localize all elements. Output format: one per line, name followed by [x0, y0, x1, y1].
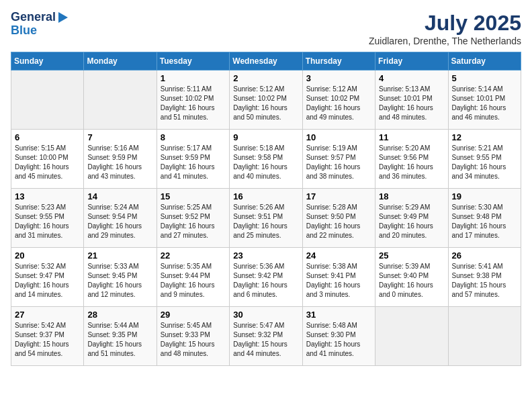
day-number: 2 — [233, 73, 298, 83]
day-number: 5 — [452, 73, 517, 83]
calendar-cell: 10Sunrise: 5:19 AMSunset: 9:57 PMDayligh… — [302, 130, 375, 189]
calendar-cell: 5Sunrise: 5:14 AMSunset: 10:01 PMDayligh… — [448, 71, 521, 130]
day-info: Sunrise: 5:18 AMSunset: 9:58 PMDaylight:… — [233, 144, 298, 181]
day-number: 29 — [161, 310, 226, 320]
day-info: Sunrise: 5:33 AMSunset: 9:45 PMDaylight:… — [87, 262, 152, 300]
calendar-cell: 12Sunrise: 5:21 AMSunset: 9:55 PMDayligh… — [448, 130, 521, 189]
day-info: Sunrise: 5:30 AMSunset: 9:48 PMDaylight:… — [452, 203, 517, 240]
day-number: 14 — [87, 191, 152, 201]
logo-arrow-icon — [58, 12, 68, 23]
day-info: Sunrise: 5:29 AMSunset: 9:49 PMDaylight:… — [379, 203, 444, 240]
calendar-cell: 26Sunrise: 5:41 AMSunset: 9:38 PMDayligh… — [448, 248, 521, 307]
day-info: Sunrise: 5:39 AMSunset: 9:40 PMDaylight:… — [379, 262, 444, 300]
day-info: Sunrise: 5:26 AMSunset: 9:51 PMDaylight:… — [233, 203, 298, 240]
day-number: 25 — [379, 250, 444, 261]
day-info: Sunrise: 5:11 AMSunset: 10:02 PMDaylight… — [161, 85, 226, 122]
location-subtitle: Zuidlaren, Drenthe, The Netherlands — [369, 36, 521, 46]
logo-line1: General — [11, 11, 56, 24]
day-info: Sunrise: 5:36 AMSunset: 9:42 PMDaylight:… — [233, 262, 298, 300]
weekday-header-saturday: Saturday — [448, 52, 521, 71]
day-number: 13 — [15, 191, 80, 201]
month-title: July 2025 — [369, 11, 521, 36]
title-block: July 2025 Zuidlaren, Drenthe, The Nether… — [369, 11, 521, 46]
logo-line2: Blue — [11, 24, 37, 38]
weekday-row: SundayMondayTuesdayWednesdayThursdayFrid… — [11, 52, 521, 71]
day-number: 15 — [161, 191, 226, 201]
weekday-header-sunday: Sunday — [11, 52, 84, 71]
calendar-cell: 25Sunrise: 5:39 AMSunset: 9:40 PMDayligh… — [375, 248, 448, 307]
day-info: Sunrise: 5:48 AMSunset: 9:30 PMDaylight:… — [306, 321, 371, 359]
week-row-2: 6Sunrise: 5:15 AMSunset: 10:00 PMDayligh… — [11, 130, 521, 189]
calendar-cell: 24Sunrise: 5:38 AMSunset: 9:41 PMDayligh… — [302, 248, 375, 307]
week-row-3: 13Sunrise: 5:23 AMSunset: 9:55 PMDayligh… — [11, 189, 521, 248]
day-number: 12 — [452, 132, 517, 142]
calendar-cell: 30Sunrise: 5:47 AMSunset: 9:32 PMDayligh… — [230, 307, 302, 366]
calendar-cell: 8Sunrise: 5:17 AMSunset: 9:59 PMDaylight… — [157, 130, 229, 189]
calendar-table: SundayMondayTuesdayWednesdayThursdayFrid… — [11, 52, 521, 366]
day-number: 6 — [15, 132, 80, 142]
day-info: Sunrise: 5:35 AMSunset: 9:44 PMDaylight:… — [161, 262, 226, 300]
day-number: 16 — [233, 191, 298, 201]
calendar-cell: 21Sunrise: 5:33 AMSunset: 9:45 PMDayligh… — [84, 248, 157, 307]
day-number: 10 — [306, 132, 371, 142]
day-number: 21 — [87, 250, 152, 261]
day-info: Sunrise: 5:17 AMSunset: 9:59 PMDaylight:… — [161, 144, 226, 181]
day-number: 19 — [452, 191, 517, 201]
calendar-cell: 3Sunrise: 5:12 AMSunset: 10:02 PMDayligh… — [302, 71, 375, 130]
day-info: Sunrise: 5:25 AMSunset: 9:52 PMDaylight:… — [161, 203, 226, 240]
weekday-header-thursday: Thursday — [302, 52, 375, 71]
week-row-1: 1Sunrise: 5:11 AMSunset: 10:02 PMDayligh… — [11, 71, 521, 130]
day-info: Sunrise: 5:14 AMSunset: 10:01 PMDaylight… — [452, 85, 517, 122]
calendar-cell: 9Sunrise: 5:18 AMSunset: 9:58 PMDaylight… — [230, 130, 302, 189]
day-number: 31 — [306, 310, 371, 320]
day-number: 11 — [379, 132, 444, 142]
calendar-cell: 27Sunrise: 5:42 AMSunset: 9:37 PMDayligh… — [11, 307, 84, 366]
calendar-cell: 28Sunrise: 5:44 AMSunset: 9:35 PMDayligh… — [84, 307, 157, 366]
calendar-cell: 2Sunrise: 5:12 AMSunset: 10:02 PMDayligh… — [230, 71, 302, 130]
calendar-cell: 15Sunrise: 5:25 AMSunset: 9:52 PMDayligh… — [157, 189, 229, 248]
calendar-cell: 11Sunrise: 5:20 AMSunset: 9:56 PMDayligh… — [375, 130, 448, 189]
calendar-cell: 20Sunrise: 5:32 AMSunset: 9:47 PMDayligh… — [11, 248, 84, 307]
day-info: Sunrise: 5:12 AMSunset: 10:02 PMDaylight… — [306, 85, 371, 122]
day-number: 4 — [379, 73, 444, 83]
calendar-cell: 13Sunrise: 5:23 AMSunset: 9:55 PMDayligh… — [11, 189, 84, 248]
calendar-cell: 1Sunrise: 5:11 AMSunset: 10:02 PMDayligh… — [157, 71, 229, 130]
logo: General Blue — [11, 11, 68, 38]
day-info: Sunrise: 5:16 AMSunset: 9:59 PMDaylight:… — [87, 144, 152, 181]
day-number: 18 — [379, 191, 444, 201]
calendar-cell: 7Sunrise: 5:16 AMSunset: 9:59 PMDaylight… — [84, 130, 157, 189]
page-header: General Blue July 2025 Zuidlaren, Drenth… — [11, 11, 521, 46]
day-info: Sunrise: 5:42 AMSunset: 9:37 PMDaylight:… — [15, 321, 80, 359]
day-number: 22 — [161, 250, 226, 261]
day-info: Sunrise: 5:23 AMSunset: 9:55 PMDaylight:… — [15, 203, 80, 240]
day-number: 3 — [306, 73, 371, 83]
day-number: 8 — [161, 132, 226, 142]
day-number: 17 — [306, 191, 371, 201]
day-info: Sunrise: 5:28 AMSunset: 9:50 PMDaylight:… — [306, 203, 371, 240]
day-info: Sunrise: 5:24 AMSunset: 9:54 PMDaylight:… — [87, 203, 152, 240]
day-number: 20 — [15, 250, 80, 261]
calendar-body: 1Sunrise: 5:11 AMSunset: 10:02 PMDayligh… — [11, 71, 521, 366]
calendar-cell: 17Sunrise: 5:28 AMSunset: 9:50 PMDayligh… — [302, 189, 375, 248]
day-info: Sunrise: 5:32 AMSunset: 9:47 PMDaylight:… — [15, 262, 80, 300]
calendar-cell: 19Sunrise: 5:30 AMSunset: 9:48 PMDayligh… — [448, 189, 521, 248]
day-info: Sunrise: 5:13 AMSunset: 10:01 PMDaylight… — [379, 85, 444, 122]
weekday-header-friday: Friday — [375, 52, 448, 71]
day-number: 7 — [87, 132, 152, 142]
day-info: Sunrise: 5:12 AMSunset: 10:02 PMDaylight… — [233, 85, 298, 122]
day-number: 27 — [15, 310, 80, 320]
calendar-cell: 31Sunrise: 5:48 AMSunset: 9:30 PMDayligh… — [302, 307, 375, 366]
day-number: 30 — [233, 310, 298, 320]
calendar-cell: 6Sunrise: 5:15 AMSunset: 10:00 PMDayligh… — [11, 130, 84, 189]
day-info: Sunrise: 5:44 AMSunset: 9:35 PMDaylight:… — [87, 321, 152, 359]
calendar-cell: 18Sunrise: 5:29 AMSunset: 9:49 PMDayligh… — [375, 189, 448, 248]
weekday-header-monday: Monday — [84, 52, 157, 71]
week-row-4: 20Sunrise: 5:32 AMSunset: 9:47 PMDayligh… — [11, 248, 521, 307]
day-info: Sunrise: 5:41 AMSunset: 9:38 PMDaylight:… — [452, 262, 517, 300]
day-number: 24 — [306, 250, 371, 261]
day-info: Sunrise: 5:45 AMSunset: 9:33 PMDaylight:… — [161, 321, 226, 359]
weekday-header-wednesday: Wednesday — [230, 52, 302, 71]
day-number: 9 — [233, 132, 298, 142]
calendar-cell: 23Sunrise: 5:36 AMSunset: 9:42 PMDayligh… — [230, 248, 302, 307]
calendar-cell — [448, 307, 521, 366]
